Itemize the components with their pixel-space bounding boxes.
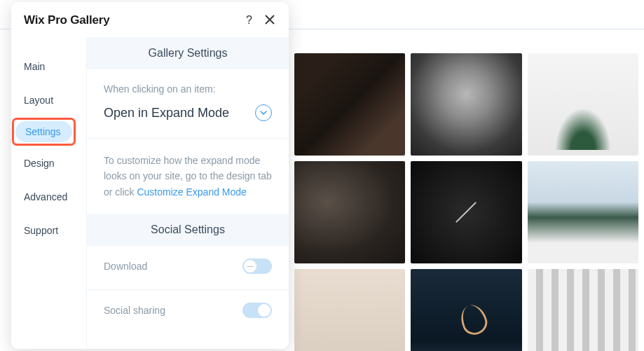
gallery-tile[interactable]: [411, 161, 521, 263]
sidebar-item-layout[interactable]: Layout: [11, 88, 63, 113]
download-toggle[interactable]: [242, 259, 272, 274]
click-action-value: Open in Expand Mode: [104, 106, 229, 121]
social-sharing-label: Social sharing: [104, 305, 165, 316]
chevron-down-icon: [255, 104, 272, 121]
click-action-label: When clicking on an item:: [104, 83, 272, 95]
gallery-tile[interactable]: [294, 53, 405, 156]
panel-title: Wix Pro Gallery: [24, 13, 110, 27]
gallery-tile[interactable]: [294, 269, 405, 351]
expand-mode-hint: To customize how the expand mode looks o…: [87, 139, 289, 214]
social-sharing-row: Social sharing: [87, 290, 289, 331]
panel-header: Wix Pro Gallery ?: [11, 2, 289, 37]
gallery-tile[interactable]: [411, 53, 521, 156]
download-row: Download: [87, 246, 289, 287]
gallery-tile[interactable]: [528, 269, 638, 351]
gallery-tile[interactable]: [294, 161, 405, 263]
gallery-tile[interactable]: [528, 161, 638, 263]
social-settings-heading: Social Settings: [87, 214, 289, 246]
panel-sidebar: Main Layout Settings Design Advanced Sup…: [11, 37, 87, 349]
gallery-tile[interactable]: [411, 269, 521, 351]
customize-expand-mode-link[interactable]: Customize Expand Mode: [137, 186, 246, 198]
sidebar-item-main[interactable]: Main: [11, 54, 55, 79]
gallery-tile[interactable]: [528, 53, 638, 156]
sidebar-item-design[interactable]: Design: [11, 151, 64, 176]
sidebar-item-settings[interactable]: Settings: [15, 121, 72, 142]
gallery-settings-heading: Gallery Settings: [87, 37, 289, 69]
download-label: Download: [104, 261, 147, 272]
settings-panel: Wix Pro Gallery ? Main Layout Settings D…: [11, 2, 289, 349]
panel-content: Gallery Settings When clicking on an ite…: [87, 37, 289, 349]
sidebar-item-advanced[interactable]: Advanced: [11, 184, 77, 209]
sidebar-item-settings-highlight: Settings: [15, 121, 72, 142]
social-sharing-toggle[interactable]: [242, 303, 272, 318]
click-action-dropdown[interactable]: Open in Expand Mode: [104, 104, 272, 121]
sidebar-item-support[interactable]: Support: [11, 218, 68, 243]
help-icon[interactable]: ?: [246, 15, 252, 26]
close-icon[interactable]: [265, 15, 275, 27]
